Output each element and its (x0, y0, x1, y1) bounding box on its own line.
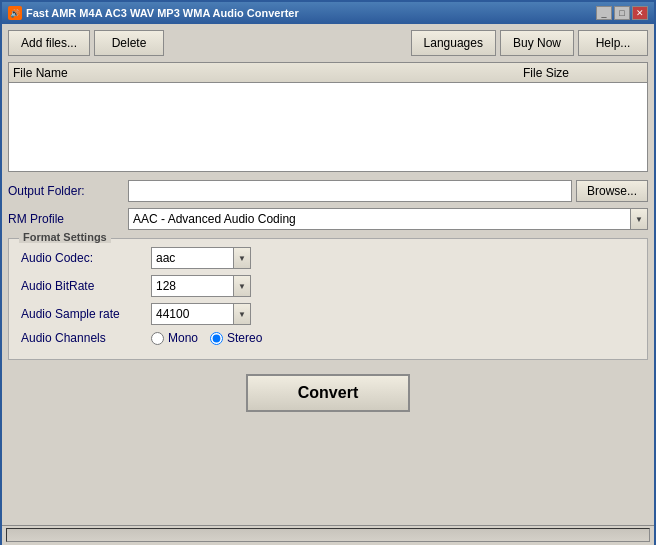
audio-samplerate-row: Audio Sample rate 8000 11025 22050 44100… (21, 303, 635, 325)
main-window: Add files... Delete Languages Buy Now He… (2, 24, 654, 545)
title-bar: 🔊 Fast AMR M4A AC3 WAV MP3 WMA Audio Con… (2, 2, 654, 24)
format-settings-title: Format Settings (19, 231, 111, 243)
rm-profile-row: RM Profile AAC - Advanced Audio Coding M… (8, 208, 648, 230)
stereo-radio[interactable] (210, 332, 223, 345)
col-file-size: File Size (523, 66, 643, 80)
help-button[interactable]: Help... (578, 30, 648, 56)
rm-profile-label: RM Profile (8, 212, 128, 226)
audio-bitrate-dropdown-wrapper: 64 96 128 192 256 320 ▼ (151, 275, 251, 297)
mono-radio[interactable] (151, 332, 164, 345)
audio-codec-select[interactable]: aac mp3 wav wma (151, 247, 251, 269)
stereo-radio-label[interactable]: Stereo (210, 331, 262, 345)
output-folder-input[interactable] (128, 180, 572, 202)
file-table-body[interactable] (9, 83, 647, 172)
file-table-header: File Name File Size (9, 63, 647, 83)
browse-button[interactable]: Browse... (576, 180, 648, 202)
audio-channels-label: Audio Channels (21, 331, 151, 345)
delete-button[interactable]: Delete (94, 30, 164, 56)
convert-button-container: Convert (8, 374, 648, 412)
rm-profile-select[interactable]: AAC - Advanced Audio Coding MP3 - MPEG A… (128, 208, 648, 230)
languages-button[interactable]: Languages (411, 30, 496, 56)
audio-codec-row: Audio Codec: aac mp3 wav wma ▼ (21, 247, 635, 269)
toolbar: Add files... Delete Languages Buy Now He… (8, 30, 648, 56)
minimize-button[interactable]: _ (596, 6, 612, 20)
audio-codec-dropdown-wrapper: aac mp3 wav wma ▼ (151, 247, 251, 269)
close-button[interactable]: ✕ (632, 6, 648, 20)
audio-bitrate-row: Audio BitRate 64 96 128 192 256 320 ▼ (21, 275, 635, 297)
audio-samplerate-select[interactable]: 8000 11025 22050 44100 48000 (151, 303, 251, 325)
col-file-name: File Name (13, 66, 523, 80)
convert-button[interactable]: Convert (246, 374, 410, 412)
audio-samplerate-label: Audio Sample rate (21, 307, 151, 321)
status-bar (2, 525, 654, 543)
stereo-label: Stereo (227, 331, 262, 345)
audio-channels-radio-group: Mono Stereo (151, 331, 262, 345)
audio-bitrate-select[interactable]: 64 96 128 192 256 320 (151, 275, 251, 297)
output-folder-label: Output Folder: (8, 184, 128, 198)
audio-codec-label: Audio Codec: (21, 251, 151, 265)
window-title: Fast AMR M4A AC3 WAV MP3 WMA Audio Conve… (26, 7, 299, 19)
rm-profile-dropdown-wrapper: AAC - Advanced Audio Coding MP3 - MPEG A… (128, 208, 648, 230)
mono-label: Mono (168, 331, 198, 345)
buy-now-button[interactable]: Buy Now (500, 30, 574, 56)
mono-radio-label[interactable]: Mono (151, 331, 198, 345)
audio-channels-row: Audio Channels Mono Stereo (21, 331, 635, 345)
audio-samplerate-dropdown-wrapper: 8000 11025 22050 44100 48000 ▼ (151, 303, 251, 325)
output-folder-row: Output Folder: Browse... (8, 180, 648, 202)
audio-bitrate-label: Audio BitRate (21, 279, 151, 293)
app-icon: 🔊 (8, 6, 22, 20)
maximize-button[interactable]: □ (614, 6, 630, 20)
status-bar-inner (6, 528, 650, 542)
add-files-button[interactable]: Add files... (8, 30, 90, 56)
file-table: File Name File Size (8, 62, 648, 172)
format-settings-box: Format Settings Audio Codec: aac mp3 wav… (8, 238, 648, 360)
